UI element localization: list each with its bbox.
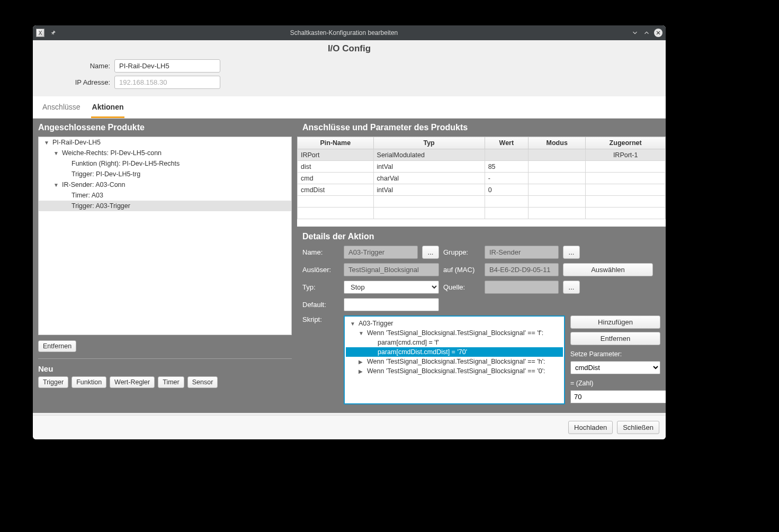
tree-item[interactable]: Funktion (Right): PI-Dev-LH5-Rechts [39,158,291,169]
default-field[interactable] [344,298,439,311]
chevron-right-icon[interactable]: ▶ [359,368,365,374]
column-header[interactable]: Zugeornet [586,137,666,149]
neu-trigger-button[interactable]: Trigger [38,376,68,388]
table-row[interactable]: cmdcharVal- [298,173,666,184]
table-row[interactable]: IRPortSerialModulatedIRPort-1 [298,149,666,161]
neu-title: Neu [38,364,292,373]
table-cell [529,149,586,161]
auswaehlen-button[interactable]: Auswählen [563,263,653,276]
equals-label: = (Zahl) [570,380,660,387]
script-item[interactable]: param[cmdDist.cmdDist] = '70' [346,347,563,357]
group-field[interactable] [485,246,559,259]
tree-item[interactable]: Timer: A03 [39,190,291,201]
tree-item-label: Timer: A03 [71,192,103,199]
tree-item-label: Trigger: A03-Trigger [71,202,130,210]
close-button[interactable]: Schließen [617,421,659,434]
neu-funktion-button[interactable]: Funktion [71,376,106,388]
chevron-down-icon[interactable]: ▼ [359,330,365,336]
table-cell [529,173,586,184]
pin-icon[interactable] [50,29,57,37]
name-field[interactable] [114,59,220,73]
name-label: Name: [41,62,110,70]
script-tree[interactable]: ▼A03-Trigger▼Wenn 'TestSignal_Blocksigna… [344,315,565,404]
number-field[interactable] [570,390,666,403]
footer: Hochladen Schließen [33,415,666,439]
close-icon[interactable] [654,29,662,37]
group-dots-button[interactable]: ... [563,246,580,259]
neu-sensor-button[interactable]: Sensor [187,376,218,388]
tab-actions[interactable]: Aktionen [91,100,125,118]
script-add-button[interactable]: Hinzufügen [570,315,660,329]
table-cell: charVal [373,173,485,184]
quelle-dots-button[interactable]: ... [563,281,580,294]
column-header[interactable]: Wert [485,137,528,149]
neu-timer-button[interactable]: Timer [158,376,184,388]
script-item[interactable]: ▶Wenn 'TestSignal_Blocksignal.TestSignal… [346,366,563,376]
table-cell: - [485,173,528,184]
script-item-label: A03-Trigger [359,320,393,327]
table-cell: intVal [373,184,485,196]
tree-item[interactable]: Trigger: PI-Dev-LH5-trg [39,169,291,179]
ip-field[interactable] [114,76,220,89]
script-label: Skript: [302,315,339,323]
table-cell [529,161,586,173]
ip-label: IP Adresse: [41,78,110,86]
upload-button[interactable]: Hochladen [568,421,613,434]
chevron-down-icon[interactable]: ▼ [350,321,356,327]
minimize-icon[interactable] [631,29,639,37]
set-param-label: Setze Parameter: [570,350,660,358]
group-label: Gruppe: [443,248,480,256]
detail-name-field[interactable] [344,246,418,259]
tab-connections[interactable]: Anschlüsse [41,100,82,118]
tree-item-label: PI-Rail-Dev-LH5 [52,139,101,146]
tree-item[interactable]: ▼PI-Rail-Dev-LH5 [39,137,291,148]
table-cell: 0 [485,184,528,196]
tree-item[interactable]: ▼Weiche-Rechts: PI-Dev-LH5-conn [39,148,291,158]
script-item-label: Wenn 'TestSignal_Blocksignal.TestSignal_… [367,329,543,337]
remove-button[interactable]: Entfernen [38,340,76,352]
name-dots-button[interactable]: ... [422,246,439,259]
chevron-right-icon[interactable]: ▶ [359,359,365,365]
param-select[interactable]: cmdDist [570,361,660,374]
details-header: Details der Aktion [302,227,660,246]
column-header[interactable]: Pin-Name [298,137,374,149]
page-title: I/O Config [33,40,666,58]
table-cell [586,184,666,196]
column-header[interactable]: Modus [529,137,586,149]
script-item[interactable]: ▼Wenn 'TestSignal_Blocksignal.TestSignal… [346,328,563,338]
neu-wert-regler-button[interactable]: Wert-Regler [110,376,155,388]
tree-item[interactable]: ▼IR-Sender: A03-Conn [39,179,291,190]
typ-select[interactable]: Stop [344,281,439,294]
column-header[interactable]: Typ [373,137,485,149]
window-title: Schaltkasten-Konfiguration bearbeiten [57,29,631,37]
typ-label: Typ: [302,283,339,291]
script-item[interactable]: param[cmd.cmd] = 'f' [346,338,563,347]
chevron-down-icon[interactable]: ▼ [44,140,50,146]
product-tree[interactable]: ▼PI-Rail-Dev-LH5▼Weiche-Rechts: PI-Dev-L… [38,137,292,335]
table-row[interactable]: distintVal85 [298,161,666,173]
chevron-down-icon[interactable]: ▼ [53,182,60,188]
table-row[interactable]: cmdDistintVal0 [298,184,666,196]
script-item[interactable]: ▼A03-Trigger [346,319,563,328]
script-item-label: param[cmdDist.cmdDist] = '70' [378,348,467,356]
right-header: Anschlüsse und Parameter des Produkts [297,119,666,137]
table-row-empty [298,196,666,208]
script-item[interactable]: ▶Wenn 'TestSignal_Blocksignal.TestSignal… [346,357,563,366]
script-item-label: Wenn 'TestSignal_Blocksignal.TestSignal_… [367,358,545,365]
tree-item-label: Funktion (Right): PI-Dev-LH5-Rechts [71,160,180,167]
quelle-field[interactable] [485,281,559,294]
chevron-down-icon[interactable]: ▼ [53,150,60,156]
table-cell: dist [298,161,374,173]
mac-field[interactable] [485,263,559,276]
script-item-label: Wenn 'TestSignal_Blocksignal.TestSignal_… [367,367,545,375]
param-table[interactable]: Pin-NameTypWertModusZugeornet IRPortSeri… [297,137,666,219]
number-spinner[interactable]: ▲ ▼ [570,390,660,404]
ausloeser-field[interactable] [344,263,439,276]
script-remove-button[interactable]: Entfernen [570,332,660,345]
tree-item[interactable]: Trigger: A03-Trigger [39,201,291,211]
app-icon: X [36,29,44,37]
table-cell [485,149,528,161]
maximize-icon[interactable] [642,29,651,37]
default-label: Default: [302,301,339,309]
quelle-label: Quelle: [443,283,480,291]
